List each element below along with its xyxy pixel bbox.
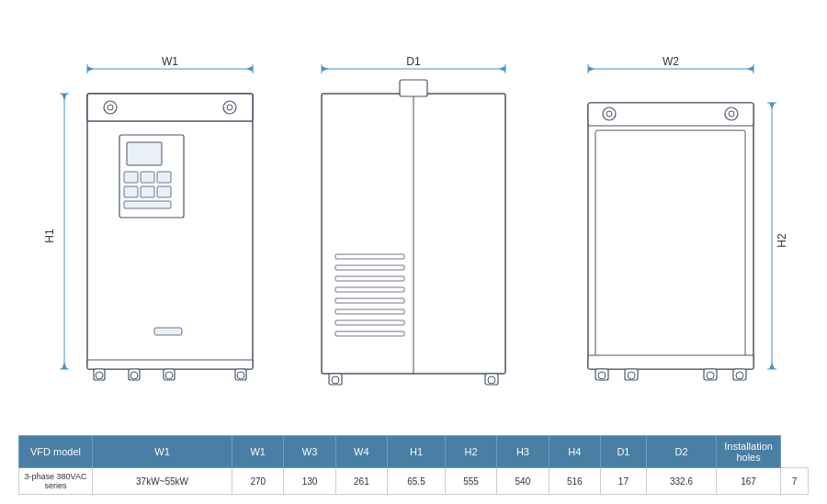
cell-d1: 332.6 xyxy=(646,468,716,495)
svg-text:H2: H2 xyxy=(776,233,788,248)
header-h4: H4 xyxy=(549,436,600,468)
svg-point-81 xyxy=(628,372,635,379)
cell-h3: 516 xyxy=(549,468,600,495)
svg-marker-62 xyxy=(747,66,753,72)
svg-marker-41 xyxy=(499,66,505,72)
svg-rect-77 xyxy=(588,355,753,369)
svg-rect-50 xyxy=(335,298,404,303)
svg-rect-28 xyxy=(87,360,253,369)
header-h1: H1 xyxy=(388,436,446,468)
cell-model: 37kW~55kW xyxy=(93,468,232,495)
cell-w1: 270 xyxy=(232,468,284,495)
svg-rect-24 xyxy=(141,186,154,197)
diagram-area: W1 H1 xyxy=(0,0,827,435)
svg-rect-20 xyxy=(124,172,138,183)
cell-series: 3-phase 380VAC series xyxy=(19,468,93,495)
svg-rect-52 xyxy=(335,320,404,325)
svg-marker-40 xyxy=(322,66,328,72)
cell-h4: 17 xyxy=(600,468,646,495)
svg-point-55 xyxy=(332,376,339,384)
svg-rect-47 xyxy=(335,265,404,270)
svg-text:W1: W1 xyxy=(162,55,178,68)
dimensions-table: VFD model W1 W1 W3 W4 H1 H2 H3 H4 D1 D2 … xyxy=(18,435,809,495)
svg-point-83 xyxy=(707,372,714,379)
header-d1: D1 xyxy=(600,436,646,468)
svg-text:W2: W2 xyxy=(663,55,679,68)
svg-point-36 xyxy=(237,372,244,379)
svg-point-17 xyxy=(227,105,232,110)
svg-point-73 xyxy=(606,111,612,117)
svg-marker-4 xyxy=(246,66,253,72)
svg-rect-22 xyxy=(157,172,171,183)
svg-rect-53 xyxy=(335,331,404,336)
svg-point-75 xyxy=(729,111,734,117)
cell-h1: 555 xyxy=(445,468,496,495)
svg-rect-23 xyxy=(124,186,138,197)
svg-rect-49 xyxy=(335,287,404,292)
svg-marker-68 xyxy=(769,363,775,369)
cell-h2: 540 xyxy=(497,468,549,495)
svg-point-79 xyxy=(598,372,606,379)
svg-point-30 xyxy=(96,372,103,379)
table-header-row: VFD model W1 W1 W3 W4 H1 H2 H3 H4 D1 D2 … xyxy=(19,436,809,468)
svg-text:D1: D1 xyxy=(406,55,421,68)
svg-rect-25 xyxy=(157,186,171,197)
header-w1b: W1 xyxy=(232,436,284,468)
header-w1: W1 xyxy=(93,436,232,468)
svg-rect-48 xyxy=(335,276,404,281)
svg-rect-27 xyxy=(154,328,182,335)
svg-marker-67 xyxy=(769,103,775,109)
svg-marker-61 xyxy=(588,66,595,72)
svg-marker-9 xyxy=(62,94,67,100)
svg-marker-10 xyxy=(62,363,67,369)
svg-text:H1: H1 xyxy=(43,229,56,243)
cell-d2: 167 xyxy=(717,468,781,495)
main-container: W1 H1 xyxy=(0,0,827,504)
diagram-svg: W1 H1 xyxy=(18,43,809,401)
svg-rect-76 xyxy=(595,130,745,360)
svg-point-85 xyxy=(736,372,743,379)
header-holes: Installation holes xyxy=(717,436,781,468)
header-w4: W4 xyxy=(335,436,387,468)
svg-rect-21 xyxy=(141,172,154,183)
table-row: 3-phase 380VAC series 37kW~55kW 270 130 … xyxy=(19,468,809,495)
svg-point-32 xyxy=(130,372,138,379)
svg-rect-26 xyxy=(124,201,171,208)
header-w3: W3 xyxy=(284,436,335,468)
svg-point-34 xyxy=(165,372,173,379)
svg-point-57 xyxy=(488,376,495,384)
header-vfd-model: VFD model xyxy=(19,436,93,468)
svg-rect-45 xyxy=(400,80,427,96)
cell-w4: 65.5 xyxy=(388,468,446,495)
svg-marker-3 xyxy=(87,66,94,72)
svg-point-15 xyxy=(108,105,113,110)
cell-holes: 7 xyxy=(781,468,809,495)
svg-rect-19 xyxy=(127,142,162,165)
cell-w3: 261 xyxy=(335,468,387,495)
header-h2: H2 xyxy=(445,436,496,468)
cell-w1b: 130 xyxy=(284,468,335,495)
header-d2: D2 xyxy=(646,436,716,468)
svg-rect-51 xyxy=(335,309,404,314)
svg-rect-46 xyxy=(335,254,404,259)
table-area: VFD model W1 W1 W3 W4 H1 H2 H3 H4 D1 D2 … xyxy=(0,435,827,504)
header-h3: H3 xyxy=(497,436,549,468)
